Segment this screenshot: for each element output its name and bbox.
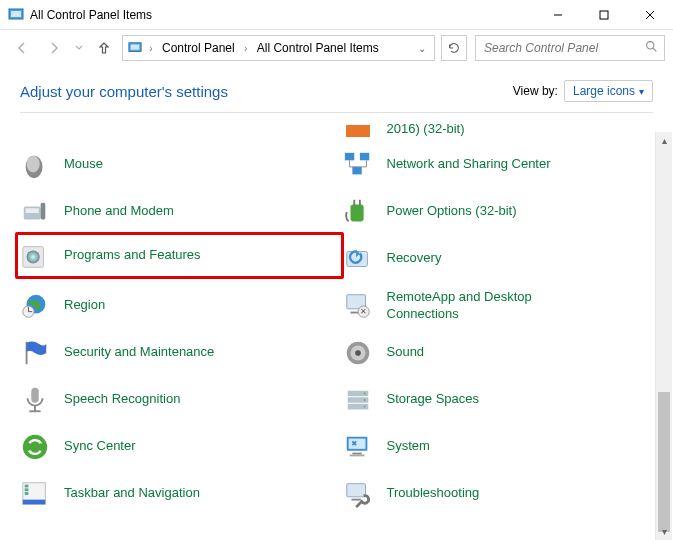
cp-item-network[interactable]: Network and Sharing Center	[341, 141, 664, 188]
programs-icon	[18, 239, 52, 273]
microphone-icon	[18, 383, 52, 417]
sync-icon	[18, 430, 52, 464]
region-icon	[18, 289, 52, 323]
viewby-value: Large icons	[573, 84, 635, 98]
search-input[interactable]	[482, 40, 645, 56]
maximize-button[interactable]	[581, 0, 627, 30]
cp-item-mouse[interactable]: Mouse	[18, 141, 341, 188]
svg-point-44	[363, 399, 365, 401]
svg-rect-52	[23, 499, 46, 504]
refresh-button[interactable]	[441, 35, 467, 61]
cp-item-sync[interactable]: Sync Center	[18, 423, 341, 470]
svg-line-9	[653, 48, 656, 51]
control-panel-icon	[8, 7, 24, 23]
scroll-up-button[interactable]: ▴	[656, 132, 672, 149]
viewby-label: View by:	[513, 84, 558, 98]
cp-item-label: Power Options (32-bit)	[387, 203, 517, 219]
svg-rect-56	[346, 483, 365, 496]
cp-item-partial[interactable]: 2016) (32-bit)	[341, 119, 664, 141]
history-chevron-icon[interactable]	[72, 34, 86, 62]
cp-item-label: Region	[64, 297, 105, 313]
power-icon	[341, 195, 375, 229]
svg-rect-48	[348, 438, 365, 448]
sound-icon	[341, 336, 375, 370]
close-button[interactable]	[627, 0, 673, 30]
cp-item-label: Network and Sharing Center	[387, 156, 551, 172]
cp-item-recovery[interactable]: Recovery	[341, 235, 664, 282]
breadcrumb-segment[interactable]: Control Panel	[159, 41, 238, 55]
minimize-button[interactable]	[535, 0, 581, 30]
phone-icon	[18, 195, 52, 229]
cp-item-taskbar[interactable]: Taskbar and Navigation	[18, 470, 341, 517]
cp-item-remoteapp[interactable]: ✕ RemoteApp and Desktop Connections	[341, 282, 664, 329]
items-area: 2016) (32-bit) Mouse Network and Sharing…	[0, 113, 673, 529]
cp-item-phone[interactable]: Phone and Modem	[18, 188, 341, 235]
cp-item-label: 2016) (32-bit)	[387, 121, 465, 137]
cp-item-label: Security and Maintenance	[64, 344, 214, 360]
cp-item-system[interactable]: System	[341, 423, 664, 470]
svg-rect-53	[25, 484, 29, 487]
troubleshooting-icon	[341, 477, 375, 511]
svg-rect-57	[351, 498, 360, 500]
viewby-select[interactable]: Large icons ▾	[564, 80, 653, 102]
content-area: Adjust your computer's settings View by:…	[0, 66, 673, 540]
svg-rect-54	[25, 488, 29, 491]
svg-rect-37	[31, 387, 39, 402]
cp-item-power[interactable]: Power Options (32-bit)	[341, 188, 664, 235]
office-icon	[341, 121, 375, 137]
svg-point-46	[23, 434, 47, 458]
svg-point-45	[363, 405, 365, 407]
svg-rect-17	[26, 208, 39, 213]
control-panel-icon	[127, 40, 143, 56]
recovery-icon	[341, 242, 375, 276]
flag-icon	[18, 336, 52, 370]
svg-rect-55	[25, 492, 29, 495]
chevron-down-icon[interactable]: ⌄	[418, 43, 426, 54]
window-title: All Control Panel Items	[30, 8, 535, 22]
svg-rect-7	[131, 45, 140, 50]
content-header: Adjust your computer's settings View by:…	[0, 80, 673, 112]
cp-item-storage[interactable]: Storage Spaces	[341, 376, 664, 423]
taskbar-icon	[18, 477, 52, 511]
up-button[interactable]	[90, 34, 118, 62]
svg-rect-15	[352, 166, 361, 174]
system-icon	[341, 430, 375, 464]
page-title: Adjust your computer's settings	[20, 83, 513, 100]
scroll-thumb[interactable]	[658, 392, 670, 532]
back-button[interactable]	[8, 34, 36, 62]
svg-point-36	[355, 350, 361, 356]
cp-item-label: System	[387, 438, 430, 454]
chevron-right-icon[interactable]: ›	[240, 43, 252, 54]
cp-item-security[interactable]: Security and Maintenance	[18, 329, 341, 376]
svg-rect-3	[600, 11, 608, 19]
cp-item-troubleshooting[interactable]: Troubleshooting	[341, 470, 664, 517]
search-icon[interactable]	[645, 40, 658, 56]
breadcrumb-segment[interactable]: All Control Panel Items	[254, 41, 382, 55]
svg-rect-20	[353, 199, 355, 205]
svg-rect-21	[358, 199, 360, 205]
mouse-icon	[18, 148, 52, 182]
titlebar: All Control Panel Items	[0, 0, 673, 30]
cp-item-speech[interactable]: Speech Recognition	[18, 376, 341, 423]
cp-item-label: Phone and Modem	[64, 203, 174, 219]
cp-item-label: Programs and Features	[64, 247, 201, 263]
cp-item-programs[interactable]: Programs and Features	[15, 232, 344, 279]
cp-item-label: Sync Center	[64, 438, 136, 454]
svg-rect-50	[349, 454, 364, 456]
scrollbar[interactable]: ▴ ▾	[655, 132, 672, 540]
cp-item-label: Sound	[387, 344, 425, 360]
search-box[interactable]	[475, 35, 665, 61]
address-bar[interactable]: › Control Panel › All Control Panel Item…	[122, 35, 435, 61]
cp-item-label: RemoteApp and Desktop Connections	[387, 289, 567, 322]
chevron-right-icon[interactable]: ›	[145, 43, 157, 54]
svg-rect-14	[359, 152, 368, 160]
cp-item-region[interactable]: Region	[18, 282, 341, 329]
cp-item-label: Storage Spaces	[387, 391, 480, 407]
cp-item-sound[interactable]: Sound	[341, 329, 664, 376]
chevron-down-icon: ▾	[639, 86, 644, 97]
forward-button[interactable]	[40, 34, 68, 62]
svg-point-8	[647, 42, 654, 49]
scroll-down-button[interactable]: ▾	[656, 523, 672, 540]
items-grid: 2016) (32-bit) Mouse Network and Sharing…	[0, 119, 673, 517]
window-buttons	[535, 0, 673, 30]
